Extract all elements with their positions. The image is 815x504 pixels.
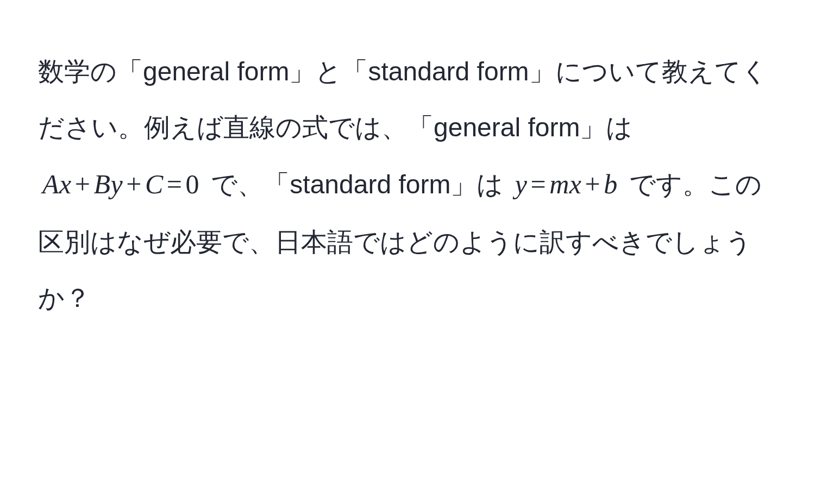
equation-standard-form: y=mx+b [511,169,622,199]
op-plus: + [123,169,145,199]
var-B: B [93,169,110,199]
var-y: y [515,169,528,199]
var-A: A [42,169,59,199]
num-zero: 0 [185,169,199,199]
var-C: C [145,169,164,199]
var-x: x [569,169,582,199]
var-x: x [59,169,72,199]
var-y: y [111,169,123,199]
equation-general-form: Ax+By+C=0 [38,169,204,199]
var-b: b [604,169,618,199]
text-run-1: 数学の「general form」と「standard form」について教えて… [38,57,768,142]
op-equals: = [164,169,186,199]
op-plus: + [72,169,94,199]
op-plus: + [582,169,604,199]
document-body: 数学の「general form」と「standard form」について教えて… [0,0,815,326]
op-equals: = [527,169,549,199]
var-m: m [549,169,569,199]
text-run-2: で、「standard form」は [204,170,511,199]
